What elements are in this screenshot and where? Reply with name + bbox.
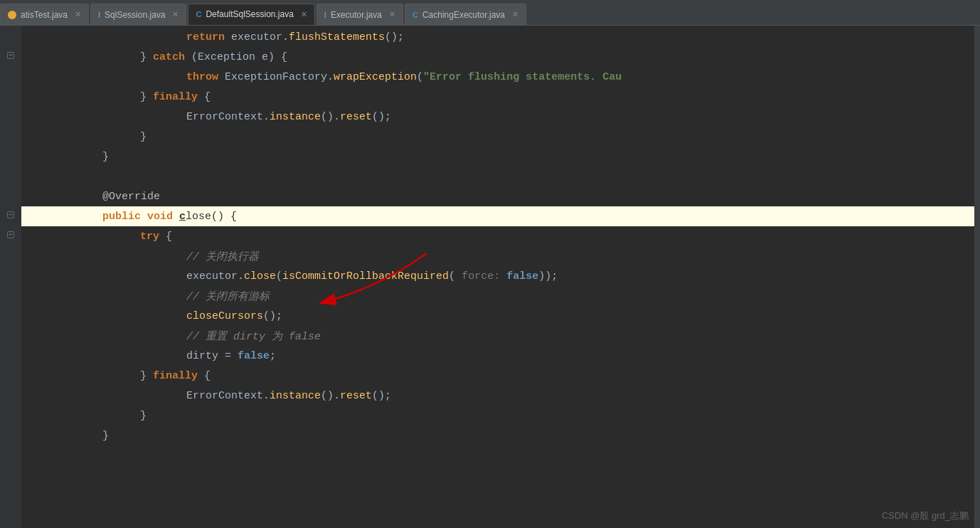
tab-icon-defaultsqlsession: C	[196, 10, 201, 19]
tab-defaultsqlsession[interactable]: C DefaultSqlSession.java ✕	[188, 4, 314, 25]
token-brace7: }	[102, 430, 109, 442]
gutter-cell-6	[0, 125, 21, 145]
token-closerest: lose() {	[186, 211, 237, 223]
gutter-cell-18	[0, 364, 21, 384]
gutter-cell-7	[0, 145, 21, 165]
fold-arrow-2[interactable]: −	[7, 211, 14, 218]
gutter-cell-11[interactable]: −	[0, 225, 21, 245]
code-line-7: }	[30, 147, 980, 167]
gutter-cell-12	[0, 245, 21, 265]
token-false2: false	[238, 350, 270, 362]
gutter-cell-17	[0, 344, 21, 364]
gutter-cell-5	[0, 105, 21, 125]
tab-icon-cachingexecutor: C	[412, 11, 418, 19]
gutter-cell-21	[0, 424, 21, 444]
tab-label-atistest: atisTest.java	[21, 10, 68, 20]
tab-close-defaultsqlsession[interactable]: ✕	[301, 10, 307, 19]
tab-close-executor[interactable]: ✕	[389, 10, 395, 19]
tab-icon-atistest	[8, 11, 16, 19]
tab-icon-executor: I	[324, 11, 326, 19]
token-close2b: (	[276, 270, 282, 283]
tab-label-sqlsession: SqlSession.java	[105, 10, 165, 20]
token-reset2b: ();	[372, 390, 391, 402]
tab-atistest[interactable]: atisTest.java ✕	[0, 4, 89, 25]
tab-executor[interactable]: I Executor.java ✕	[316, 4, 403, 25]
code-line-19: ErrorContext.instance().reset();	[30, 386, 980, 406]
token-reset1b: ();	[372, 111, 391, 123]
token-ec2: ErrorContext.	[186, 390, 270, 402]
token-lparen2: (	[449, 270, 462, 283]
token-eq: =	[218, 350, 238, 362]
fold-arrow-1[interactable]: −	[7, 52, 14, 59]
gutter-cell-20	[0, 404, 21, 424]
gutter-cell-1	[0, 26, 21, 46]
gutter-cell-3	[0, 65, 21, 85]
token-brace6: }	[140, 410, 147, 422]
code-line-21: }	[30, 426, 980, 445]
token-iscommit: isCommitOrRollbackRequired	[282, 270, 449, 283]
gutter-cell-13	[0, 265, 21, 285]
gutter: − − −	[0, 26, 21, 528]
token-inst1b: ().	[321, 111, 340, 123]
tab-close-atistest[interactable]: ✕	[75, 10, 81, 19]
token-ec1: ErrorContext.	[186, 111, 270, 123]
tab-sqlsession[interactable]: I SqlSession.java ✕	[90, 4, 186, 25]
tab-label-executor: Executor.java	[331, 10, 382, 20]
token-flush: flushStatements	[289, 31, 385, 43]
gutter-cell-15	[0, 305, 21, 324]
gutter-cell-4	[0, 85, 21, 105]
gutter-cell-14	[0, 285, 21, 305]
gutter-cell-10[interactable]: −	[0, 205, 21, 225]
fold-arrow-3[interactable]: −	[7, 231, 14, 238]
code-area: − − − return executor.flushStatements();	[0, 26, 980, 528]
code-lines: return executor.flushStatements(); } cat…	[21, 26, 980, 447]
code-line-6: }	[30, 127, 980, 147]
token-inst2b: ().	[321, 390, 340, 402]
token-errstr: "Error flushing statements. Cau	[423, 71, 622, 83]
token-paren1: ();	[385, 31, 404, 43]
scrollbar[interactable]	[974, 26, 980, 528]
tab-cachingexecutor[interactable]: C CachingExecutor.java ✕	[405, 4, 526, 25]
tab-close-cachingexecutor[interactable]: ✕	[512, 10, 518, 19]
token-rparen2: ));	[538, 270, 558, 283]
code-line-8	[30, 167, 980, 186]
token-reset2: reset	[340, 390, 372, 402]
code-line-20: }	[30, 406, 980, 426]
watermark: CSDN @殷 grd_志鹏	[882, 509, 969, 522]
token-ef: ExceptionFactory.	[225, 71, 334, 83]
token-brace4: }	[102, 151, 109, 163]
token-inst1: instance	[270, 111, 321, 123]
tab-bar: atisTest.java ✕ I SqlSession.java ✕ C De…	[0, 0, 980, 26]
gutter-cell-19	[0, 384, 21, 404]
token-force: force:	[462, 270, 500, 283]
token-sp3	[500, 270, 506, 283]
gutter-cell-8	[0, 165, 21, 185]
token-sp2	[173, 211, 179, 223]
gutter-cell-9	[0, 185, 21, 205]
token-inst2: instance	[270, 390, 321, 402]
tab-label-cachingexecutor: CachingExecutor.java	[422, 10, 505, 20]
gutter-cell-16	[0, 324, 21, 344]
code-line-5: ErrorContext.instance().reset();	[30, 107, 980, 127]
token-close-cursor: c	[179, 211, 186, 223]
token-reset1: reset	[340, 111, 372, 123]
token-semi: ;	[270, 350, 276, 362]
token-lparen: (	[417, 71, 423, 83]
token-brace3: }	[140, 131, 147, 143]
gutter-cell-2[interactable]: −	[0, 46, 21, 65]
tab-close-sqlsession[interactable]: ✕	[172, 10, 179, 19]
token-wrap: wrapException	[334, 71, 417, 83]
tab-icon-sqlsession: I	[98, 11, 100, 19]
code-content[interactable]: return executor.flushStatements(); } cat…	[21, 26, 980, 528]
token-false1: false	[506, 270, 538, 283]
tab-label-defaultsqlsession: DefaultSqlSession.java	[206, 9, 293, 19]
